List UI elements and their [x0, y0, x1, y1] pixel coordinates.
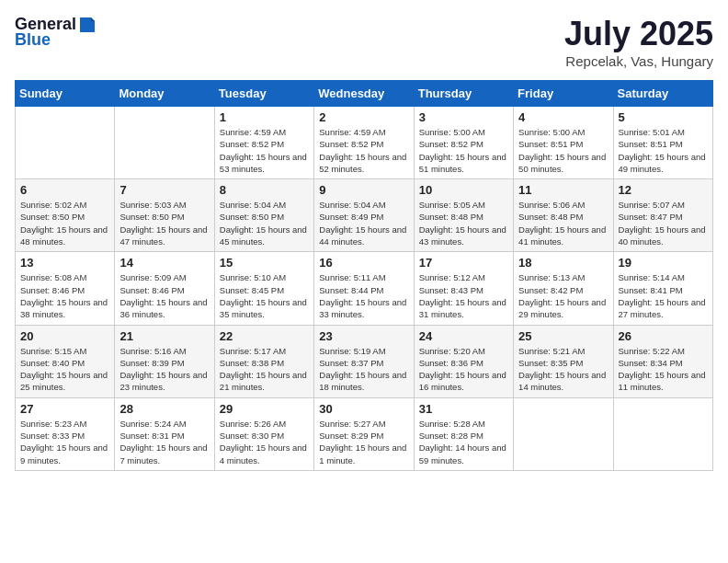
- calendar-cell: [613, 397, 712, 470]
- calendar-cell: 21Sunrise: 5:16 AMSunset: 8:39 PMDayligh…: [115, 325, 214, 397]
- day-number: 23: [319, 329, 408, 343]
- day-info: Sunrise: 5:27 AMSunset: 8:29 PMDaylight:…: [319, 418, 408, 466]
- day-info: Sunrise: 4:59 AMSunset: 8:52 PMDaylight:…: [319, 126, 408, 175]
- calendar-week-row: 1Sunrise: 4:59 AMSunset: 8:52 PMDaylight…: [16, 107, 713, 179]
- day-info: Sunrise: 5:14 AMSunset: 8:41 PMDaylight:…: [619, 271, 708, 320]
- day-number: 31: [419, 402, 508, 416]
- logo-blue-text: Blue: [15, 30, 51, 50]
- weekday-header: Sunday: [16, 81, 115, 107]
- day-info: Sunrise: 5:10 AMSunset: 8:45 PMDaylight:…: [220, 271, 309, 320]
- weekday-header: Saturday: [613, 81, 712, 107]
- day-info: Sunrise: 5:09 AMSunset: 8:46 PMDaylight:…: [119, 271, 209, 320]
- day-number: 1: [220, 110, 309, 124]
- day-number: 20: [20, 329, 109, 343]
- day-number: 29: [220, 402, 309, 416]
- day-number: 22: [220, 329, 309, 343]
- day-number: 19: [619, 256, 708, 270]
- calendar-cell: 24Sunrise: 5:20 AMSunset: 8:36 PMDayligh…: [414, 325, 513, 397]
- day-info: Sunrise: 5:01 AMSunset: 8:51 PMDaylight:…: [619, 126, 708, 175]
- day-info: Sunrise: 5:28 AMSunset: 8:28 PMDaylight:…: [419, 418, 508, 466]
- month-title: July 2025: [564, 15, 713, 53]
- day-info: Sunrise: 5:06 AMSunset: 8:48 PMDaylight:…: [518, 199, 608, 247]
- weekday-header: Tuesday: [214, 81, 313, 107]
- calendar-cell: 16Sunrise: 5:11 AMSunset: 8:44 PMDayligh…: [314, 252, 414, 325]
- calendar-cell: 26Sunrise: 5:22 AMSunset: 8:34 PMDayligh…: [613, 325, 712, 397]
- weekday-header: Thursday: [414, 81, 513, 107]
- calendar-cell: 4Sunrise: 5:00 AMSunset: 8:51 PMDaylight…: [514, 107, 613, 179]
- day-info: Sunrise: 5:04 AMSunset: 8:50 PMDaylight:…: [220, 199, 309, 247]
- day-number: 12: [619, 183, 708, 197]
- calendar-cell: 9Sunrise: 5:04 AMSunset: 8:49 PMDaylight…: [314, 179, 414, 252]
- day-number: 25: [518, 329, 608, 343]
- calendar-cell: 7Sunrise: 5:03 AMSunset: 8:50 PMDaylight…: [115, 179, 214, 252]
- day-info: Sunrise: 5:12 AMSunset: 8:43 PMDaylight:…: [419, 271, 508, 320]
- calendar-week-row: 20Sunrise: 5:15 AMSunset: 8:40 PMDayligh…: [16, 325, 713, 397]
- calendar-cell: [115, 107, 214, 179]
- day-info: Sunrise: 5:00 AMSunset: 8:52 PMDaylight:…: [419, 126, 508, 175]
- calendar-week-row: 6Sunrise: 5:02 AMSunset: 8:50 PMDaylight…: [16, 179, 713, 252]
- calendar-cell: 15Sunrise: 5:10 AMSunset: 8:45 PMDayligh…: [214, 252, 313, 325]
- day-number: 4: [518, 110, 608, 124]
- day-number: 9: [319, 183, 408, 197]
- day-number: 16: [319, 256, 408, 270]
- calendar-cell: 22Sunrise: 5:17 AMSunset: 8:38 PMDayligh…: [214, 325, 313, 397]
- calendar-cell: 27Sunrise: 5:23 AMSunset: 8:33 PMDayligh…: [16, 397, 115, 470]
- calendar-cell: [514, 397, 613, 470]
- calendar-week-row: 27Sunrise: 5:23 AMSunset: 8:33 PMDayligh…: [16, 397, 713, 470]
- day-info: Sunrise: 5:21 AMSunset: 8:35 PMDaylight:…: [518, 345, 608, 394]
- calendar-cell: 14Sunrise: 5:09 AMSunset: 8:46 PMDayligh…: [115, 252, 214, 325]
- calendar-cell: 23Sunrise: 5:19 AMSunset: 8:37 PMDayligh…: [314, 325, 414, 397]
- day-number: 8: [220, 183, 309, 197]
- weekday-header-row: SundayMondayTuesdayWednesdayThursdayFrid…: [16, 81, 713, 107]
- day-number: 24: [419, 329, 508, 343]
- day-info: Sunrise: 5:07 AMSunset: 8:47 PMDaylight:…: [619, 199, 708, 247]
- calendar-cell: 19Sunrise: 5:14 AMSunset: 8:41 PMDayligh…: [613, 252, 712, 325]
- calendar-cell: 28Sunrise: 5:24 AMSunset: 8:31 PMDayligh…: [115, 397, 214, 470]
- day-info: Sunrise: 5:05 AMSunset: 8:48 PMDaylight:…: [419, 199, 508, 247]
- day-number: 6: [20, 183, 109, 197]
- day-number: 30: [319, 402, 408, 416]
- day-info: Sunrise: 5:17 AMSunset: 8:38 PMDaylight:…: [220, 345, 309, 394]
- day-info: Sunrise: 5:04 AMSunset: 8:49 PMDaylight:…: [319, 199, 408, 247]
- day-number: 27: [20, 402, 109, 416]
- weekday-header: Friday: [514, 81, 613, 107]
- page-header: General Blue July 2025 Repcelak, Vas, Hu…: [15, 15, 713, 69]
- logo: General Blue: [15, 15, 98, 50]
- day-number: 26: [619, 329, 708, 343]
- day-info: Sunrise: 4:59 AMSunset: 8:52 PMDaylight:…: [220, 126, 309, 175]
- calendar-cell: 12Sunrise: 5:07 AMSunset: 8:47 PMDayligh…: [613, 179, 712, 252]
- day-number: 11: [518, 183, 608, 197]
- day-info: Sunrise: 5:26 AMSunset: 8:30 PMDaylight:…: [220, 418, 309, 466]
- day-number: 18: [518, 256, 608, 270]
- calendar-cell: 6Sunrise: 5:02 AMSunset: 8:50 PMDaylight…: [16, 179, 115, 252]
- calendar-cell: 5Sunrise: 5:01 AMSunset: 8:51 PMDaylight…: [613, 107, 712, 179]
- day-info: Sunrise: 5:13 AMSunset: 8:42 PMDaylight:…: [518, 271, 608, 320]
- calendar-cell: 17Sunrise: 5:12 AMSunset: 8:43 PMDayligh…: [414, 252, 513, 325]
- day-info: Sunrise: 5:08 AMSunset: 8:46 PMDaylight:…: [20, 271, 109, 320]
- day-info: Sunrise: 5:00 AMSunset: 8:51 PMDaylight:…: [518, 126, 608, 175]
- day-number: 28: [119, 402, 209, 416]
- calendar-table: SundayMondayTuesdayWednesdayThursdayFrid…: [15, 80, 713, 471]
- calendar-week-row: 13Sunrise: 5:08 AMSunset: 8:46 PMDayligh…: [16, 252, 713, 325]
- location-title: Repcelak, Vas, Hungary: [564, 53, 713, 69]
- calendar-cell: 2Sunrise: 4:59 AMSunset: 8:52 PMDaylight…: [314, 107, 414, 179]
- day-number: 2: [319, 110, 408, 124]
- calendar-cell: 29Sunrise: 5:26 AMSunset: 8:30 PMDayligh…: [214, 397, 313, 470]
- day-info: Sunrise: 5:11 AMSunset: 8:44 PMDaylight:…: [319, 271, 408, 320]
- day-info: Sunrise: 5:19 AMSunset: 8:37 PMDaylight:…: [319, 345, 408, 394]
- day-info: Sunrise: 5:23 AMSunset: 8:33 PMDaylight:…: [20, 418, 109, 466]
- calendar-cell: 31Sunrise: 5:28 AMSunset: 8:28 PMDayligh…: [414, 397, 513, 470]
- day-info: Sunrise: 5:03 AMSunset: 8:50 PMDaylight:…: [119, 199, 209, 247]
- calendar-cell: 25Sunrise: 5:21 AMSunset: 8:35 PMDayligh…: [514, 325, 613, 397]
- day-number: 13: [20, 256, 109, 270]
- calendar-cell: 8Sunrise: 5:04 AMSunset: 8:50 PMDaylight…: [214, 179, 313, 252]
- day-info: Sunrise: 5:15 AMSunset: 8:40 PMDaylight:…: [20, 345, 109, 394]
- day-number: 10: [419, 183, 508, 197]
- calendar-cell: 10Sunrise: 5:05 AMSunset: 8:48 PMDayligh…: [414, 179, 513, 252]
- logo-icon: [78, 16, 97, 34]
- weekday-header: Wednesday: [314, 81, 414, 107]
- calendar-cell: 13Sunrise: 5:08 AMSunset: 8:46 PMDayligh…: [16, 252, 115, 325]
- calendar-cell: 20Sunrise: 5:15 AMSunset: 8:40 PMDayligh…: [16, 325, 115, 397]
- svg-marker-1: [91, 17, 95, 21]
- day-info: Sunrise: 5:02 AMSunset: 8:50 PMDaylight:…: [20, 199, 109, 247]
